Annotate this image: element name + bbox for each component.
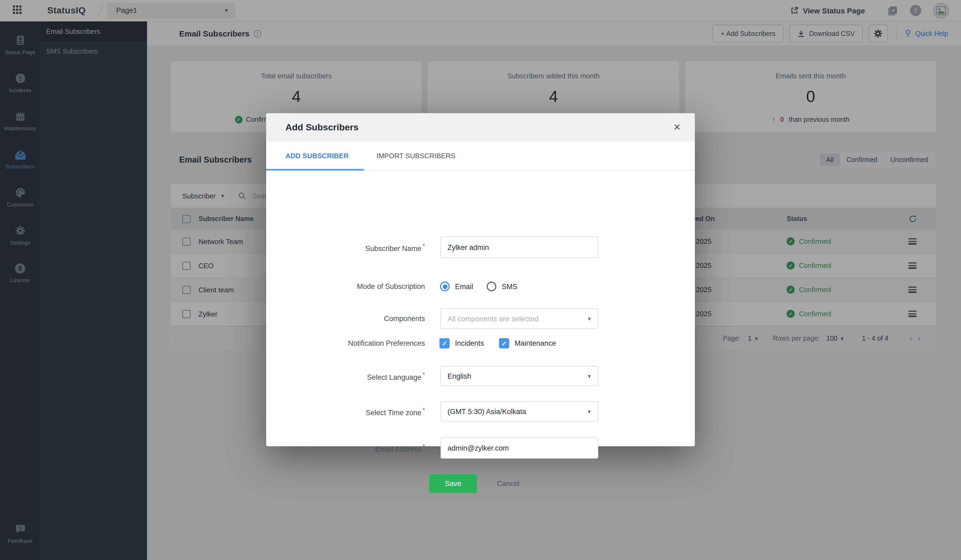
incidents-checkbox-label: Incidents (455, 339, 484, 347)
timezone-value: (GMT 5:30) Asia/Kolkata (447, 408, 588, 416)
incidents-checkbox[interactable]: ✓ (439, 338, 450, 348)
timezone-select[interactable]: (GMT 5:30) Asia/Kolkata ▾ (440, 401, 598, 422)
maintenance-checkbox-group: ✓ Maintenance (499, 338, 556, 348)
mode-of-subscription-label: Mode of Subscription (266, 282, 425, 290)
close-icon[interactable]: ✕ (673, 123, 681, 132)
required-marker: * (423, 406, 425, 414)
maintenance-checkbox-label: Maintenance (514, 339, 556, 347)
required-marker: * (423, 443, 425, 450)
incidents-checkbox-group: ✓ Incidents (439, 338, 484, 348)
tab-add-subscriber[interactable]: ADD SUBSCRIBER (266, 141, 363, 170)
chevron-down-icon: ▾ (588, 316, 591, 322)
email-address-input[interactable] (440, 437, 598, 459)
chevron-down-icon: ▾ (588, 408, 591, 414)
radio-email[interactable] (440, 282, 450, 291)
modal-title: Add Subscribers (286, 122, 358, 133)
select-language-label: Select Language* (266, 371, 425, 381)
select-timezone-label: Select Time zone* (266, 406, 425, 417)
add-subscribers-modal: Add Subscribers ✕ ADD SUBSCRIBER IMPORT … (266, 113, 695, 446)
tab-import-subscribers[interactable]: IMPORT SUBSCRIBERS (366, 141, 466, 170)
modal-tabs: ADD SUBSCRIBER IMPORT SUBSCRIBERS (266, 141, 695, 170)
statusiq-app: StatusIQ Page1 ▾ View Status Page ! (0, 0, 961, 560)
mode-radio-group: Email (440, 282, 473, 291)
chevron-down-icon: ▾ (588, 373, 591, 379)
components-select[interactable]: All components are selected ▾ (440, 308, 598, 329)
language-select[interactable]: English ▾ (440, 366, 598, 386)
subscriber-name-input[interactable] (440, 237, 598, 258)
modal-body: Subscriber Name* Mode of Subscription Em… (266, 170, 695, 446)
cancel-button[interactable]: Cancel (497, 474, 519, 493)
radio-sms[interactable] (487, 282, 497, 291)
notification-preferences-label: Notification Preferences (266, 339, 425, 347)
mode-radio-group-sms: SMS (487, 282, 517, 291)
radio-sms-label: SMS (502, 282, 517, 290)
subscriber-name-label: Subscriber Name* (266, 242, 425, 253)
radio-email-label: Email (455, 282, 473, 290)
save-button[interactable]: Save (429, 474, 477, 493)
modal-header: Add Subscribers ✕ (266, 113, 695, 141)
language-value: English (447, 372, 588, 380)
email-address-label: Email Address* (266, 443, 425, 453)
components-placeholder: All components are selected (447, 314, 588, 323)
required-marker: * (423, 371, 425, 379)
maintenance-checkbox[interactable]: ✓ (499, 338, 509, 348)
components-label: Components (266, 314, 425, 323)
required-marker: * (423, 242, 425, 250)
